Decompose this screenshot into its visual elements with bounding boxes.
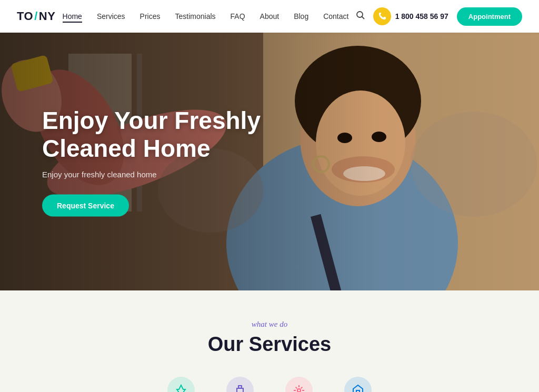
services-section-subtitle: what we do	[21, 320, 518, 329]
phone-block: 1 800 458 56 97	[373, 7, 448, 25]
services-icons-row	[21, 377, 518, 392]
service-icon-sparkle	[285, 377, 313, 392]
service-item-1[interactable]	[167, 377, 195, 392]
navbar: TO/NY Home Services Prices Testimonials …	[0, 0, 539, 33]
phone-icon	[373, 7, 391, 25]
nav-link-about[interactable]: About	[260, 12, 280, 21]
logo-text-part1: TO	[17, 9, 33, 23]
nav-item-blog[interactable]: Blog	[294, 12, 308, 21]
search-icon[interactable]	[356, 11, 365, 22]
service-icon-supplies	[226, 377, 254, 392]
service-item-2[interactable]	[226, 377, 254, 392]
navbar-right: 1 800 458 56 97 Appointment	[356, 7, 522, 26]
nav-item-services[interactable]: Services	[97, 12, 125, 21]
nav-item-testimonials[interactable]: Testimonials	[175, 12, 216, 21]
services-section-title: Our Services	[21, 333, 518, 356]
phone-number: 1 800 458 56 97	[395, 12, 448, 21]
service-icon-cleaning	[167, 377, 195, 392]
nav-item-about[interactable]: About	[260, 12, 280, 21]
nav-link-testimonials[interactable]: Testimonials	[175, 12, 216, 21]
nav-link-blog[interactable]: Blog	[294, 12, 308, 21]
svg-point-22	[297, 389, 301, 392]
nav-item-prices[interactable]: Prices	[140, 12, 161, 21]
nav-link-prices[interactable]: Prices	[140, 12, 161, 21]
svg-line-1	[362, 17, 364, 19]
nav-link-services[interactable]: Services	[97, 12, 125, 21]
services-section: what we do Our Services	[0, 290, 539, 392]
service-item-3[interactable]	[285, 377, 313, 392]
nav-item-contact[interactable]: Contact	[323, 12, 348, 21]
request-service-button[interactable]: Request Service	[42, 194, 129, 216]
hero-section: Enjoy Your Freshly Cleaned Home Enjoy yo…	[0, 33, 539, 290]
appointment-button[interactable]: Appointment	[457, 7, 522, 26]
hero-subtitle: Enjoy your freshly cleaned home	[42, 169, 295, 178]
hero-title: Enjoy Your Freshly Cleaned Home	[42, 107, 295, 163]
nav-link-home[interactable]: Home	[63, 12, 82, 23]
nav-menu: Home Services Prices Testimonials FAQ Ab…	[63, 12, 349, 21]
logo-slash: /	[34, 9, 38, 23]
service-item-4[interactable]	[344, 377, 372, 392]
nav-link-contact[interactable]: Contact	[323, 12, 348, 21]
brand-logo[interactable]: TO/NY	[17, 9, 55, 23]
hero-content: Enjoy Your Freshly Cleaned Home Enjoy yo…	[42, 107, 295, 217]
nav-item-faq[interactable]: FAQ	[231, 12, 245, 21]
nav-item-home[interactable]: Home	[63, 12, 82, 21]
nav-link-faq[interactable]: FAQ	[231, 12, 245, 21]
service-icon-home	[344, 377, 372, 392]
logo-text-part2: NY	[39, 9, 56, 23]
